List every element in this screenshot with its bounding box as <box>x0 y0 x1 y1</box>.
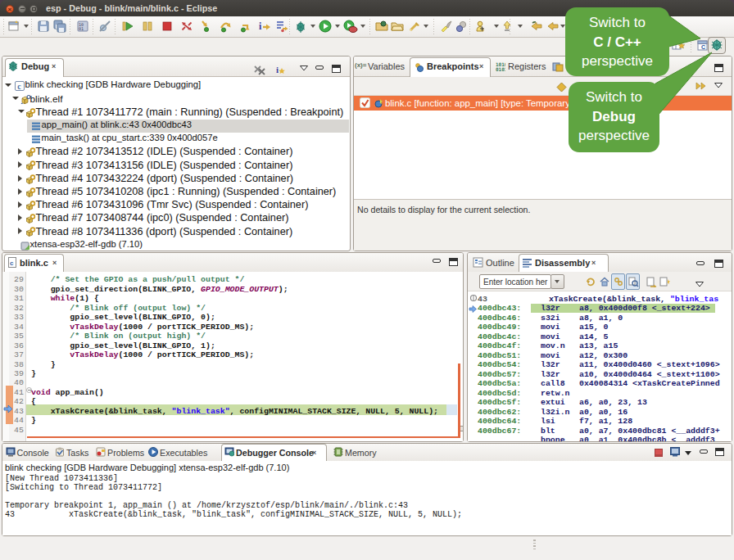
svg-text:c: c <box>17 82 21 91</box>
svg-text:01: 01 <box>79 26 84 31</box>
svg-text:i: i <box>259 20 262 32</box>
svg-text:0101: 0101 <box>496 66 505 72</box>
svg-text:c: c <box>10 260 14 267</box>
svg-text:i: i <box>276 65 279 75</box>
